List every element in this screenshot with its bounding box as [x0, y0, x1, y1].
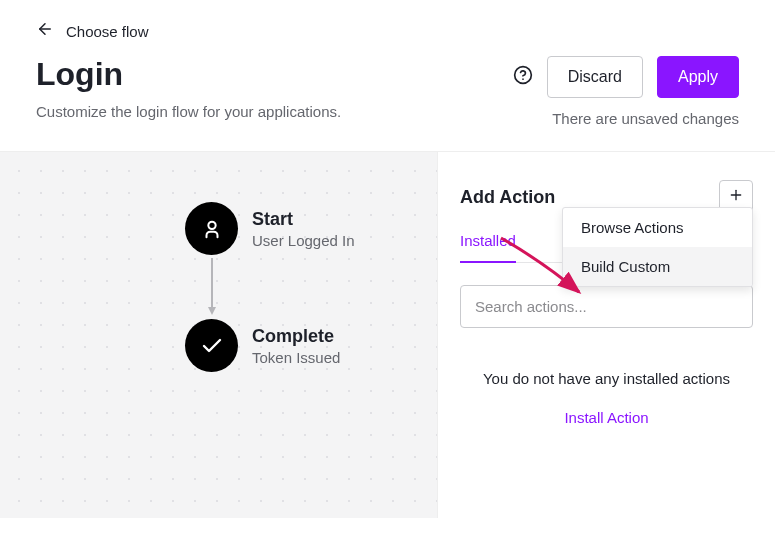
- node-complete-subtitle: Token Issued: [252, 349, 340, 366]
- check-icon: [185, 319, 238, 372]
- page-subtitle: Customize the login flow for your applic…: [36, 103, 341, 120]
- plus-icon: [728, 187, 744, 207]
- user-icon: [185, 202, 238, 255]
- node-complete-title: Complete: [252, 326, 340, 347]
- menu-build-custom[interactable]: Build Custom: [563, 247, 752, 286]
- unsaved-changes-label: There are unsaved changes: [513, 110, 739, 127]
- page-title: Login: [36, 56, 341, 93]
- svg-marker-5: [208, 307, 216, 315]
- flow-canvas[interactable]: Start User Logged In Complete Token Issu…: [0, 152, 437, 518]
- flow-node-complete[interactable]: Complete Token Issued: [185, 319, 340, 372]
- empty-state-text: You do not have any installed actions: [460, 368, 753, 391]
- add-action-title: Add Action: [460, 187, 555, 208]
- discard-button[interactable]: Discard: [547, 56, 643, 98]
- install-action-link[interactable]: Install Action: [460, 409, 753, 426]
- node-start-subtitle: User Logged In: [252, 232, 355, 249]
- node-start-title: Start: [252, 209, 355, 230]
- back-to-flows[interactable]: Choose flow: [36, 20, 739, 42]
- flow-node-start[interactable]: Start User Logged In: [185, 202, 355, 255]
- search-actions-input[interactable]: [460, 285, 753, 328]
- apply-button[interactable]: Apply: [657, 56, 739, 98]
- menu-browse-actions[interactable]: Browse Actions: [563, 208, 752, 247]
- tab-installed[interactable]: Installed: [460, 232, 516, 263]
- arrow-left-icon: [36, 20, 54, 42]
- add-action-menu: Browse Actions Build Custom: [562, 207, 753, 287]
- help-icon[interactable]: [513, 65, 533, 89]
- flow-connector: [185, 255, 238, 319]
- svg-point-3: [208, 221, 215, 228]
- back-label: Choose flow: [66, 23, 149, 40]
